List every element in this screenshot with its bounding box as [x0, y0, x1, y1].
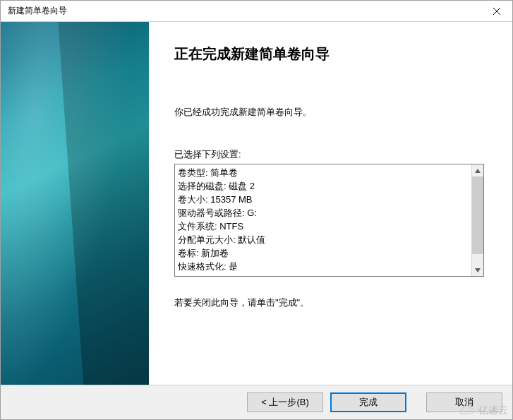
- scrollbar[interactable]: [471, 164, 483, 276]
- wizard-window: 新建简单卷向导 正在完成新建简单卷向导 你已经成功完成新建简单卷向导。 已选择下…: [0, 0, 513, 420]
- scroll-track[interactable]: [472, 176, 483, 264]
- side-banner-image: [1, 22, 149, 385]
- list-item[interactable]: 卷类型: 简单卷: [178, 166, 469, 179]
- titlebar: 新建简单卷向导: [1, 1, 512, 22]
- wizard-body: 正在完成新建简单卷向导 你已经成功完成新建简单卷向导。 已选择下列设置: 卷类型…: [1, 22, 512, 385]
- settings-list: 卷类型: 简单卷 选择的磁盘: 磁盘 2 卷大小: 15357 MB 驱动器号或…: [175, 164, 471, 276]
- closing-text: 若要关闭此向导，请单击"完成"。: [174, 296, 484, 309]
- list-item[interactable]: 分配单元大小: 默认值: [178, 233, 469, 246]
- list-item[interactable]: 快速格式化: 是: [178, 260, 469, 270]
- list-item[interactable]: 卷大小: 15357 MB: [178, 193, 469, 206]
- settings-label: 已选择下列设置:: [174, 148, 484, 161]
- svg-marker-2: [475, 169, 481, 173]
- close-icon: [493, 7, 501, 16]
- list-item[interactable]: 驱动器号或路径: G:: [178, 206, 469, 220]
- back-button[interactable]: < 上一步(B): [247, 392, 323, 412]
- footer: < 上一步(B) 完成 取消: [1, 385, 512, 419]
- scroll-up-button[interactable]: [472, 164, 483, 176]
- scroll-down-button[interactable]: [472, 264, 483, 276]
- window-title: 新建简单卷向导: [8, 5, 67, 17]
- cancel-button[interactable]: 取消: [426, 392, 502, 412]
- intro-text: 你已经成功完成新建简单卷向导。: [174, 106, 484, 119]
- settings-listbox[interactable]: 卷类型: 简单卷 选择的磁盘: 磁盘 2 卷大小: 15357 MB 驱动器号或…: [174, 164, 484, 277]
- svg-marker-3: [475, 268, 481, 272]
- list-item[interactable]: 卷标: 新加卷: [178, 246, 469, 260]
- close-button[interactable]: [481, 1, 512, 22]
- chevron-down-icon: [475, 268, 481, 272]
- list-item[interactable]: 选择的磁盘: 磁盘 2: [178, 179, 469, 193]
- list-item[interactable]: 文件系统: NTFS: [178, 220, 469, 233]
- finish-button[interactable]: 完成: [330, 392, 406, 412]
- chevron-up-icon: [475, 169, 481, 173]
- scroll-thumb[interactable]: [472, 176, 483, 254]
- page-heading: 正在完成新建简单卷向导: [174, 44, 484, 64]
- content-panel: 正在完成新建简单卷向导 你已经成功完成新建简单卷向导。 已选择下列设置: 卷类型…: [149, 22, 512, 385]
